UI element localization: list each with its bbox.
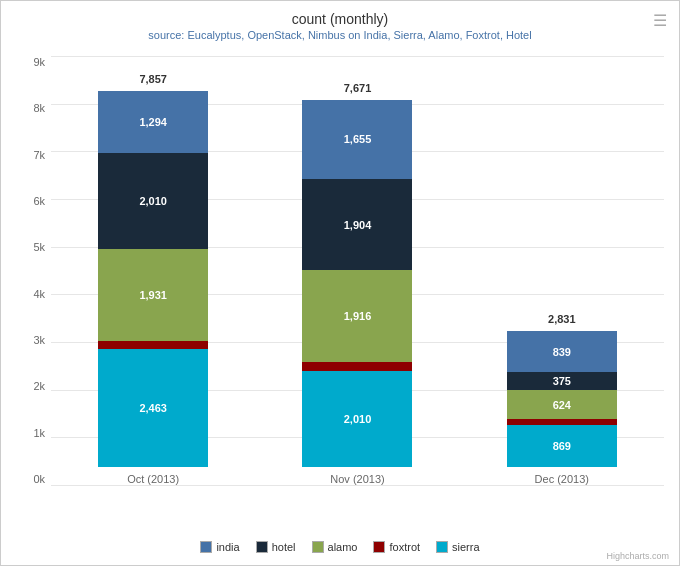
chart-subtitle: source: Eucalyptus, OpenStack, Nimbus on… xyxy=(1,29,679,41)
legend-item-sierra: sierra xyxy=(436,541,480,553)
bar-total-label: 7,671 xyxy=(344,82,372,94)
bar-segment-hotel: 2,010 xyxy=(98,153,208,249)
legend-label: sierra xyxy=(452,541,480,553)
legend-color-box xyxy=(200,541,212,553)
bar-segment-sierra: 869 xyxy=(507,425,617,467)
bar-segment-alamo: 1,931 xyxy=(98,249,208,341)
highcharts-credit: Highcharts.com xyxy=(606,551,669,561)
bar-segment-alamo: 1,916 xyxy=(302,270,412,362)
legend-label: india xyxy=(216,541,239,553)
legend-item-hotel: hotel xyxy=(256,541,296,553)
bar-segment-foxtrot xyxy=(302,362,412,371)
bar-segment-india: 1,655 xyxy=(302,100,412,179)
bar-segment-hotel: 375 xyxy=(507,372,617,390)
bar-segment-foxtrot xyxy=(98,341,208,349)
bar-segment-alamo: 624 xyxy=(507,390,617,420)
bar-stack: 2,0101,9161,9041,6557,671 xyxy=(302,100,412,467)
bar-stack: 2,4631,9312,0101,2947,857 xyxy=(98,91,208,467)
legend-item-alamo: alamo xyxy=(312,541,358,553)
bars-area: 2,4631,9312,0101,2947,857Oct (2013)2,010… xyxy=(51,56,664,485)
legend-label: alamo xyxy=(328,541,358,553)
bar-total-label: 2,831 xyxy=(548,313,576,325)
grid-line xyxy=(51,485,664,486)
legend-color-box xyxy=(436,541,448,553)
legend-item-foxtrot: foxtrot xyxy=(373,541,420,553)
bar-segment-india: 1,294 xyxy=(98,91,208,153)
legend-label: foxtrot xyxy=(389,541,420,553)
legend-color-box xyxy=(373,541,385,553)
x-axis-label: Oct (2013) xyxy=(127,473,179,485)
chart-title: count (monthly) xyxy=(1,1,679,27)
y-axis: 9k 8k 7k 6k 5k 4k 3k 2k 1k 0k xyxy=(1,56,51,485)
legend-label: hotel xyxy=(272,541,296,553)
x-axis-label: Nov (2013) xyxy=(330,473,384,485)
bar-segment-sierra: 2,463 xyxy=(98,349,208,467)
legend-color-box xyxy=(312,541,324,553)
bar-group: 2,4631,9312,0101,2947,857Oct (2013) xyxy=(98,91,208,485)
menu-icon[interactable]: ☰ xyxy=(653,11,667,30)
bar-total-label: 7,857 xyxy=(139,73,167,85)
bar-group: 2,0101,9161,9041,6557,671Nov (2013) xyxy=(302,100,412,485)
legend-item-india: india xyxy=(200,541,239,553)
legend: indiahotelalamofoxtrotsierra xyxy=(1,541,679,553)
chart-container: count (monthly) source: Eucalyptus, Open… xyxy=(0,0,680,566)
bar-stack: 8696243758392,831 xyxy=(507,331,617,467)
bar-segment-india: 839 xyxy=(507,331,617,371)
bar-group: 8696243758392,831Dec (2013) xyxy=(507,331,617,485)
bar-segment-foxtrot xyxy=(507,419,617,425)
bar-segment-sierra: 2,010 xyxy=(302,371,412,467)
bar-segment-hotel: 1,904 xyxy=(302,179,412,270)
legend-color-box xyxy=(256,541,268,553)
x-axis-label: Dec (2013) xyxy=(535,473,589,485)
